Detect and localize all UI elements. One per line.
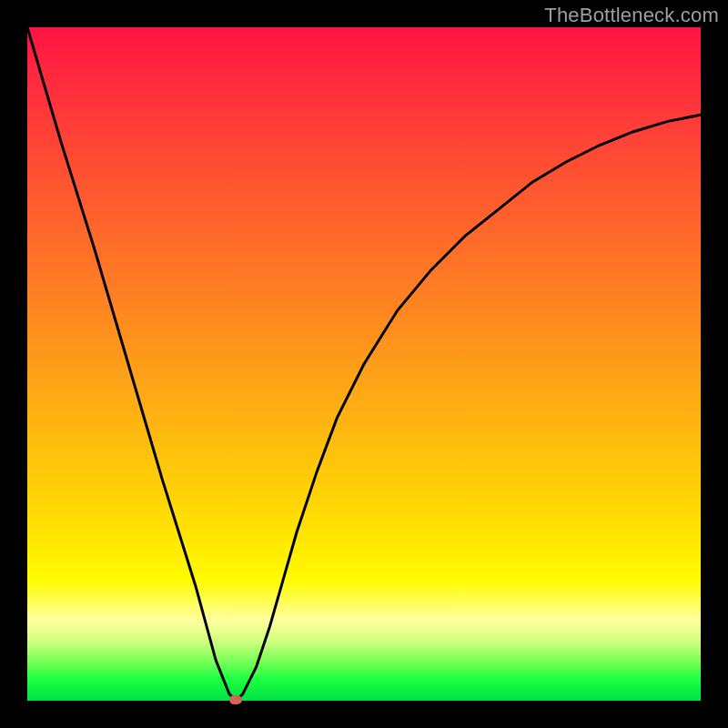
bottleneck-curve — [27, 27, 701, 701]
chart-frame: TheBottleneck.com — [0, 0, 728, 728]
plot-area — [27, 27, 701, 701]
watermark-text: TheBottleneck.com — [544, 4, 719, 27]
curve-path — [27, 27, 701, 701]
minimum-marker — [229, 695, 242, 704]
